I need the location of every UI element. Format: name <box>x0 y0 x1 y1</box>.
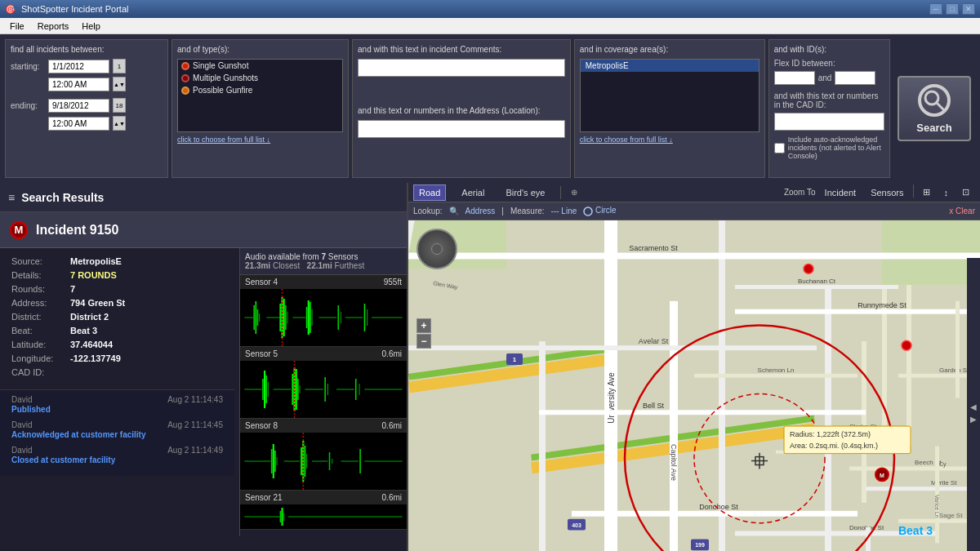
svg-text:199: 199 <box>695 542 705 548</box>
ending-time-input[interactable] <box>48 117 109 131</box>
log-meta-1: David Aug 2 11:14:45 <box>11 420 223 429</box>
sensor-8-id: Sensor 8 <box>245 421 278 430</box>
ending-label: ending: <box>11 101 45 110</box>
starting-date-spin[interactable]: 1 <box>113 59 126 73</box>
rounds-row: Rounds: 7 <box>11 284 223 294</box>
zoom-controls[interactable]: + − <box>416 318 431 349</box>
map-icon-3[interactable]: ⊡ <box>956 184 975 201</box>
svg-rect-124 <box>956 301 960 398</box>
expand-right-arrow[interactable]: ▶ <box>970 415 977 424</box>
sensor-item-21[interactable]: Sensor 21 0.6mi <box>240 491 407 530</box>
svg-text:Donohoe St: Donohoe St <box>699 503 738 511</box>
menu-reports[interactable]: Reports <box>31 18 76 33</box>
address-input[interactable] <box>358 120 565 138</box>
coverage-full-list-link[interactable]: click to choose from full list ↓ <box>580 136 760 144</box>
zoom-out-button[interactable]: − <box>416 334 431 349</box>
addr-title: and this text or numbers in the Address … <box>358 106 565 115</box>
sensor-item-5[interactable]: Sensor 5 0.6mi <box>240 347 407 419</box>
details-row: Details: 7 ROUNDS <box>11 270 223 280</box>
flex-id-from-input[interactable] <box>774 71 815 85</box>
beat-label: Beat: <box>11 326 70 335</box>
pan-ring[interactable] <box>416 229 457 269</box>
comment-input[interactable] <box>358 59 565 77</box>
starting-time-spin[interactable]: ▲▼ <box>113 77 126 91</box>
road-view-button[interactable]: Road <box>413 184 446 201</box>
lookup-label: Lookup: <box>413 207 443 216</box>
menu-bar: File Reports Help <box>0 18 980 34</box>
aerial-view-button[interactable]: Aerial <box>456 184 490 201</box>
menu-file[interactable]: File <box>3 18 31 33</box>
address-lookup-icon[interactable]: 🔍 <box>449 207 459 216</box>
incident-detail-area: Source: MetropolisE Details: 7 ROUNDS Ro… <box>0 248 407 536</box>
map-area: Road Aerial Bird's eye ⊕ Zoom To Inciden… <box>408 183 980 551</box>
starting-date-input[interactable] <box>48 60 109 73</box>
close-button[interactable]: ✕ <box>962 3 975 15</box>
audio-distance: 21.3mi Closest 22.1mi Furthest <box>245 261 402 270</box>
incident-details: Source: MetropolisE Details: 7 ROUNDS Ro… <box>0 248 234 389</box>
maximize-button[interactable]: □ <box>946 3 959 15</box>
date-block-title: find all incidents between: <box>11 45 163 54</box>
auto-ack-checkbox[interactable] <box>774 143 785 153</box>
address-row: Address: 794 Green St <box>11 298 223 308</box>
type-multiple-gunshots[interactable]: Multiple Gunshots <box>178 72 342 84</box>
map-icon-1[interactable]: ⊞ <box>917 184 936 201</box>
coverage-metropolise[interactable]: MetropolisE <box>581 60 759 72</box>
lon-row: Longitude: -122.137749 <box>11 353 223 363</box>
sensor-21-header: Sensor 21 0.6mi <box>240 491 407 504</box>
svg-text:Radius: 1,222ft (372.5m): Radius: 1,222ft (372.5m) <box>790 430 871 438</box>
svg-text:University Ave: University Ave <box>606 372 615 424</box>
zoom-sensors-button[interactable]: Sensors <box>865 184 909 201</box>
map-icon-2[interactable]: ↕ <box>938 184 955 201</box>
lon-value: -122.137749 <box>70 353 121 363</box>
incident-type-badge: M <box>10 221 28 239</box>
map-content: 1 University Ave Capitol Ave <box>408 220 980 551</box>
address-label: Address: <box>11 298 70 308</box>
address-lookup-link[interactable]: Address <box>466 207 496 216</box>
window-controls[interactable]: ─ □ ✕ <box>929 3 975 15</box>
pan-icon: ⊕ <box>571 188 577 197</box>
ending-time-spin[interactable]: ▲▼ <box>113 116 126 131</box>
type-single-gunshot[interactable]: Single Gunshot <box>178 60 342 72</box>
ending-date-input[interactable] <box>48 99 109 113</box>
log-entry-1: David Aug 2 11:14:45 Acknowledged at cus… <box>11 420 223 439</box>
minimize-button[interactable]: ─ <box>929 3 942 15</box>
log-meta-2: David Aug 2 11:14:49 <box>11 446 223 455</box>
single-gunshot-icon <box>181 62 189 70</box>
type-full-list-link[interactable]: click to choose from full list ↓ <box>177 136 343 144</box>
rounds-label: Rounds: <box>11 284 70 294</box>
expand-left-arrow[interactable]: ◀ <box>970 402 977 411</box>
type-possible-gunfire[interactable]: Possible Gunfire <box>178 84 342 96</box>
id-block-title: and with ID(s): <box>774 45 884 54</box>
source-row: Source: MetropolisE <box>11 256 223 266</box>
measure-label: Measure: <box>510 207 545 216</box>
pan-center[interactable] <box>431 243 443 255</box>
sensor-item-8[interactable]: Sensor 8 0.6mi <box>240 419 407 491</box>
log-entry-0: David Aug 2 11:14:43 Published <box>11 395 223 414</box>
toolbar-divider-2 <box>913 184 914 198</box>
clear-button[interactable]: x Clear <box>949 207 975 216</box>
log-time-2: Aug 2 11:14:49 <box>167 446 223 455</box>
zoom-to-section: Zoom To Incident Sensors <box>784 184 910 201</box>
circle-measure-button[interactable]: Circle <box>583 206 616 216</box>
rounds-value: 7 <box>70 284 75 294</box>
menu-help[interactable]: Help <box>75 18 107 33</box>
cad-row: CAD ID: <box>11 367 223 377</box>
map-navigation-control[interactable] <box>416 229 457 269</box>
sensor-item-4[interactable]: Sensor 4 955ft <box>240 275 407 347</box>
cad-input[interactable] <box>774 113 884 131</box>
sensor-5-waveform <box>240 361 407 418</box>
ending-date-spin[interactable]: 18 <box>113 98 126 113</box>
zoom-in-button[interactable]: + <box>416 318 431 333</box>
search-button[interactable]: Search <box>898 76 971 141</box>
flex-id-to-input[interactable] <box>835 71 875 85</box>
sensor-scroll[interactable]: Sensor 4 955ft <box>240 275 407 536</box>
starting-time-input[interactable] <box>48 78 109 91</box>
flex-id-label: Flex ID between: <box>774 59 884 68</box>
line-measure-button[interactable]: --- Line <box>551 207 577 216</box>
checkbox-label: Include auto-acknowledged incidents (not… <box>788 136 884 160</box>
birds-eye-view-button[interactable]: Bird's eye <box>500 184 550 201</box>
log-meta-0: David Aug 2 11:14:43 <box>11 395 223 404</box>
svg-text:Runnymede St: Runnymede St <box>858 301 906 309</box>
possible-gunfire-icon <box>181 87 189 95</box>
zoom-incident-button[interactable]: Incident <box>819 184 862 201</box>
